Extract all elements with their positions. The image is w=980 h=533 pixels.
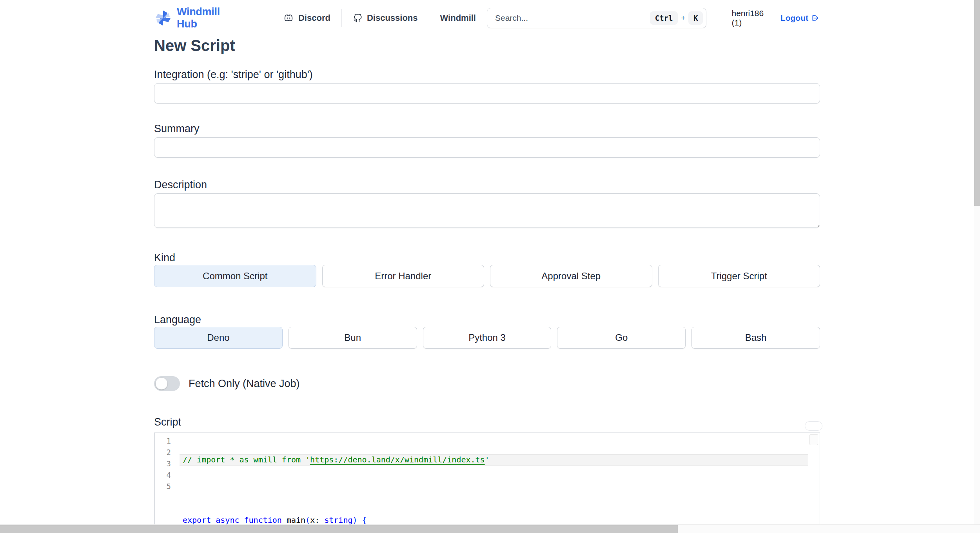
line-number: 3 [154, 458, 180, 469]
vertical-scrollbar[interactable] [974, 0, 980, 533]
language-option-python3[interactable]: Python 3 [423, 327, 552, 349]
language-label: Language [154, 313, 820, 326]
kind-option-common-script[interactable]: Common Script [154, 265, 316, 287]
editor-toggle-pill[interactable] [805, 421, 822, 431]
language-option-deno[interactable]: Deno [154, 327, 283, 349]
line-number: 5 [154, 481, 180, 492]
logout-label: Logout [780, 13, 808, 23]
brand-name: Windmill Hub [177, 6, 240, 30]
description-label: Description [154, 178, 820, 191]
brand[interactable]: Windmill Hub [154, 6, 240, 30]
language-option-bash[interactable]: Bash [691, 327, 820, 349]
code-line-2 [180, 484, 808, 496]
username: henri186 (1) [731, 9, 773, 27]
kbd-ctrl: Ctrl [650, 11, 678, 25]
code-token: ' [485, 455, 490, 464]
fetch-only-row: Fetch Only (Native Job) [154, 376, 820, 391]
kind-option-trigger-script[interactable]: Trigger Script [658, 265, 820, 287]
user-area: henri186 (1) Logout [731, 9, 820, 27]
fetch-only-toggle[interactable] [154, 376, 180, 391]
line-number-gutter: 1 2 3 4 5 [154, 433, 180, 528]
windmill-logo-icon [154, 9, 172, 27]
code-token: ( [305, 515, 310, 525]
summary-input[interactable] [154, 137, 820, 158]
nav-label: Discord [298, 13, 330, 23]
kind-option-error-handler[interactable]: Error Handler [322, 265, 485, 287]
kind-option-approval-step[interactable]: Approval Step [490, 265, 652, 287]
code-area: // import * as wmill from 'https://deno.… [180, 433, 808, 528]
code-token: main [287, 515, 305, 525]
kbd-k: K [688, 11, 703, 25]
search-box: Ctrl + K [487, 8, 706, 28]
nav-item-windmill[interactable]: Windmill [429, 13, 487, 23]
line-number: 4 [154, 469, 180, 481]
summary-label: Summary [154, 122, 820, 135]
code-token: ) { [353, 515, 367, 525]
nav-item-discord[interactable]: Discord [272, 13, 341, 23]
description-textarea[interactable] [154, 193, 820, 228]
kbd-plus: + [681, 14, 685, 22]
main-nav: Discord Discussions Windmill [272, 9, 487, 27]
code-editor[interactable]: 1 2 3 4 5 // import * as wmill from 'htt… [154, 433, 820, 528]
editor-scrollbar-thumb[interactable] [809, 434, 818, 445]
kind-label: Kind [154, 251, 820, 264]
nav-label: Windmill [440, 13, 476, 23]
line-number: 1 [154, 435, 180, 447]
vertical-scrollbar-thumb[interactable] [974, 0, 980, 206]
integration-label: Integration (e.g: 'stripe' or 'github') [154, 68, 820, 81]
logout-icon [811, 13, 820, 23]
code-line-1: // import * as wmill from 'https://deno.… [180, 454, 808, 466]
horizontal-scrollbar-thumb[interactable] [0, 525, 678, 533]
header: Windmill Hub Discord [154, 0, 820, 36]
code-token: export async function [183, 515, 287, 525]
language-options: Deno Bun Python 3 Go Bash [154, 327, 820, 349]
code-token: x: [310, 515, 324, 525]
kind-options: Common Script Error Handler Approval Ste… [154, 265, 820, 287]
code-link[interactable]: https://deno.land/x/windmill/index.ts [310, 455, 485, 464]
discord-icon [283, 13, 294, 23]
script-label: Script [154, 416, 820, 429]
line-number: 2 [154, 447, 180, 458]
integration-input[interactable] [154, 83, 820, 104]
editor-scrollbar-gutter[interactable] [808, 433, 820, 528]
nav-item-discussions[interactable]: Discussions [342, 13, 429, 23]
horizontal-scrollbar[interactable] [0, 524, 980, 533]
logout-link[interactable]: Logout [780, 13, 820, 23]
language-option-bun[interactable]: Bun [289, 327, 417, 349]
toggle-knob [156, 378, 167, 389]
language-option-go[interactable]: Go [557, 327, 686, 349]
github-icon [353, 13, 363, 23]
nav-label: Discussions [367, 13, 418, 23]
page-title: New Script [154, 36, 820, 55]
code-token: string [324, 515, 352, 525]
code-token: // import * as wmill from ' [183, 455, 310, 464]
search-input[interactable] [489, 13, 650, 23]
fetch-only-label: Fetch Only (Native Job) [189, 378, 300, 390]
